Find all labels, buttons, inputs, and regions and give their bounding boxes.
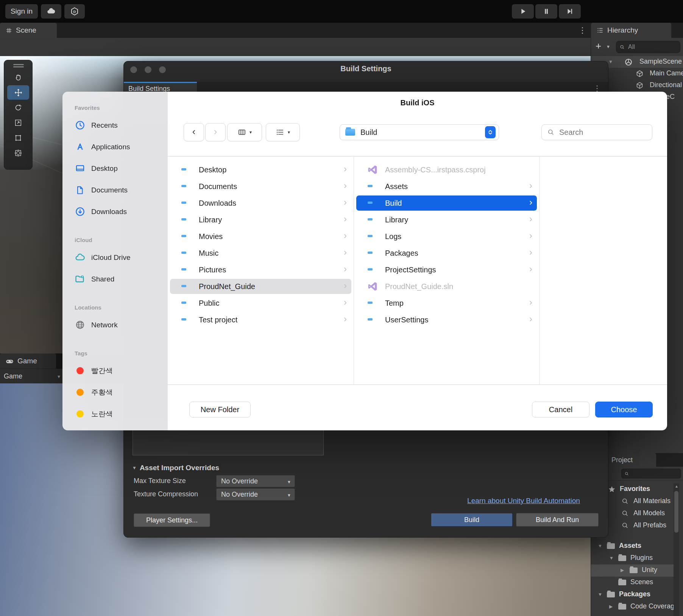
sidebar-item-초록색[interactable]: 초록색 [75,425,168,430]
scrollbar-thumb[interactable] [674,491,678,533]
pause-button[interactable] [535,4,557,19]
file-row[interactable]: Build› [354,195,539,211]
sidebar-item-network[interactable]: Network [75,314,168,336]
chevron-down-icon[interactable]: ▼ [606,44,610,49]
new-folder-button[interactable]: New Folder [189,402,251,417]
sign-in-button[interactable]: Sign in [5,4,38,19]
sidebar-item-recents[interactable]: Recents [75,114,168,136]
group-view-button[interactable]: ▾ [266,123,300,141]
sidebar-item-주황색[interactable]: 주황색 [75,381,168,403]
hierarchy-item-label: Directional Light [650,81,683,89]
column-view-button[interactable]: ▾ [227,123,262,141]
forward-button[interactable]: › [205,123,226,141]
tab-scene[interactable]: Scene [0,23,57,38]
play-button[interactable] [512,4,534,19]
file-row[interactable]: ↓Downloads› [168,195,354,211]
player-settings-button[interactable]: Player Settings... [134,513,210,527]
project-scrollbar[interactable]: ▲ [674,483,679,616]
project-tree-row[interactable]: Scenes [591,577,674,589]
rect-tool-button[interactable] [7,131,29,145]
file-row[interactable]: Library› [354,211,539,228]
unity-hub-button[interactable]: D [64,4,85,19]
project-tree-row[interactable]: ▼Assets [591,540,674,552]
sidebar-item-downloads[interactable]: Downloads [75,201,168,222]
cloud-services-button[interactable] [41,4,61,19]
add-object-button[interactable]: + [596,40,601,52]
folder-icon [607,592,615,597]
sidebar-item-documents[interactable]: Documents [75,179,168,201]
file-row[interactable]: Temp› [354,295,539,311]
hierarchy-search-field[interactable] [616,41,680,53]
tab-game[interactable]: Game [0,353,56,369]
foldout-arrow-icon[interactable]: ▼ [609,555,614,561]
project-tree-row[interactable]: ▼Packages [591,589,674,601]
file-row[interactable]: ♪Music› [168,245,354,261]
file-row[interactable]: Public› [168,295,354,311]
sidebar-item-shared[interactable]: Shared [75,268,168,290]
file-row[interactable]: Logs› [354,228,539,245]
sidebar-item-icloud-drive[interactable]: iCloud Drive [75,247,168,268]
foldout-arrow-icon[interactable]: ▶ [621,568,624,573]
file-row[interactable]: Assets› [354,178,539,195]
asset-import-overrides-foldout[interactable]: ▼ Asset Import Overrides [132,464,219,472]
project-tree-row[interactable]: ▼Plugins [591,552,674,564]
unity-top-toolbar: Sign in D [0,0,683,23]
foldout-arrow-icon[interactable]: ▼ [608,59,613,64]
tab-project[interactable]: Project [606,453,656,467]
file-label: Downloads [199,199,236,208]
project-tree-row[interactable]: ▶Unity [591,564,674,577]
file-label: Build [385,199,402,208]
file-row[interactable]: ProudNet_Guide› [168,278,354,295]
unity-editor-window: Sign in D Scene ⋮ ▼ ▼ [0,0,683,616]
sidebar-item-icon [75,389,85,396]
file-row[interactable]: ▣Pictures› [168,261,354,278]
foldout-arrow-icon[interactable]: ▶ [609,604,613,609]
move-tool-button[interactable] [7,85,29,100]
tab-hierarchy[interactable]: Hierarchy [591,23,671,38]
project-tree-row[interactable]: ▶Code Coverage [591,601,674,613]
file-row[interactable]: Assembly-CS...irstpass.csproj [354,161,539,178]
file-row[interactable]: ▭Desktop› [168,161,354,178]
foldout-arrow-icon[interactable]: ▼ [598,543,602,549]
file-row[interactable]: Packages› [354,245,539,261]
project-search-input[interactable] [631,470,678,477]
hierarchy-search-input[interactable] [627,43,677,51]
file-row[interactable]: ProudNet_Guide.sln [354,278,539,295]
kebab-menu-icon[interactable]: ⋮ [579,26,586,35]
file-row[interactable]: UserSettings› [354,311,539,328]
file-row[interactable]: ▥Library› [168,211,354,228]
rotate-tool-button[interactable] [7,100,29,115]
view-tool-button[interactable] [7,70,29,84]
max-texture-size-dropdown[interactable]: No Override ▼ [216,475,295,487]
transform-tool-button[interactable] [7,146,29,160]
sidebar-item-빨간색[interactable]: 빨간색 [75,360,168,381]
hierarchy-item-label: SampleScene [639,58,682,66]
cancel-button[interactable]: Cancel [532,402,589,417]
path-dropdown[interactable]: Build [340,124,499,140]
search-input[interactable] [558,128,643,137]
scroll-up-icon[interactable]: ▲ [675,484,678,488]
choose-button[interactable]: Choose [595,402,653,417]
sidebar-item-desktop[interactable]: Desktop [75,158,168,179]
sidebar-item-applications[interactable]: Applications [75,136,168,158]
file-row-highlight [170,212,351,227]
foldout-arrow-icon[interactable]: ▼ [598,592,602,597]
file-row[interactable]: ▤Documents› [168,178,354,195]
sidebar-item-icon [75,206,85,217]
file-row[interactable]: Test project› [168,311,354,328]
build-automation-link[interactable]: Learn about Unity Build Automation [449,497,599,505]
file-row[interactable]: ProjectSettings› [354,261,539,278]
build-and-run-button[interactable]: Build And Run [516,513,599,527]
sidebar-item-노란색[interactable]: 노란색 [75,403,168,425]
step-button[interactable] [559,4,581,19]
overlay-drag-handle[interactable] [13,64,24,65]
project-search-field[interactable] [621,469,681,478]
file-browser: ▭Desktop›▤Documents›↓Downloads›▥Library›… [168,156,667,385]
file-row[interactable]: ▦Movies› [168,228,354,245]
scale-tool-button[interactable] [7,116,29,130]
overlay-drag-handle[interactable] [13,66,24,67]
back-button[interactable]: ‹ [184,123,204,141]
build-button[interactable]: Build [431,513,513,527]
texture-compression-dropdown[interactable]: No Override ▼ [216,488,295,500]
search-field[interactable] [541,124,652,140]
